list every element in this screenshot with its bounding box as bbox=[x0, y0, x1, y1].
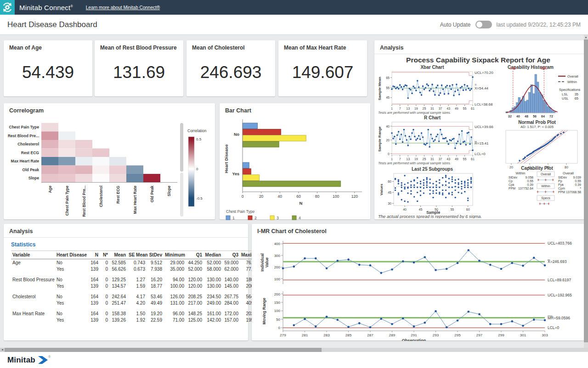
svg-text:137752.64: 137752.64 bbox=[518, 187, 533, 190]
table-row: Rest Blood PressureNo1640129.251.2716.20… bbox=[11, 276, 261, 283]
svg-text:LCL=89.6197: LCL=89.6197 bbox=[548, 278, 571, 282]
kpi-value: 246.693 bbox=[192, 63, 270, 82]
svg-text:Cholesterol: Cholesterol bbox=[17, 142, 39, 146]
svg-text:Pp: Pp bbox=[558, 179, 562, 183]
learn-more-link[interactable]: Learn more about Minitab Connect® bbox=[86, 5, 160, 10]
scroll-left-arrow-icon[interactable]: ◄ bbox=[0, 348, 5, 352]
svg-text:0: 0 bbox=[278, 326, 281, 330]
page-title: Heart Disease Dashboard bbox=[7, 20, 97, 29]
svg-text:150: 150 bbox=[274, 301, 281, 305]
svg-text:Chest Pain Type: Chest Pain Type bbox=[226, 209, 254, 214]
svg-text:295: 295 bbox=[454, 333, 461, 337]
svg-text:20: 20 bbox=[509, 166, 513, 169]
svg-text:19: 19 bbox=[414, 157, 418, 161]
svg-text:Within: Within bbox=[516, 171, 526, 175]
kpi-value: 149.607 bbox=[284, 63, 362, 82]
kpi-card-mean-age: Mean of Age 54.439 bbox=[4, 40, 92, 96]
svg-text:Xbar Chart: Xbar Chart bbox=[420, 65, 444, 70]
svg-text:Cp: Cp bbox=[509, 179, 513, 183]
svg-text:Old Peak: Old Peak bbox=[150, 185, 154, 202]
svg-text:65: 65 bbox=[386, 76, 390, 79]
svg-text:50: 50 bbox=[276, 318, 280, 322]
svg-text:25: 25 bbox=[423, 157, 426, 161]
svg-text:X=246.693: X=246.693 bbox=[548, 259, 567, 264]
svg-text:55: 55 bbox=[463, 107, 467, 110]
svg-text:45: 45 bbox=[419, 208, 423, 211]
statistics-table: VariableHeart DiseaseNN*MeanSE MeanStDev… bbox=[11, 251, 261, 327]
dashboard-header: Heart Disease Dashboard Auto Update last… bbox=[0, 15, 588, 35]
svg-text:100: 100 bbox=[274, 309, 281, 313]
svg-text:Rest ECG: Rest ECG bbox=[116, 185, 120, 204]
vertical-scrollbar-thumb[interactable] bbox=[584, 39, 588, 342]
svg-text:20: 20 bbox=[259, 194, 264, 199]
svg-text:31: 31 bbox=[430, 107, 434, 110]
kpi-card-mean-cholesterol: Mean of Cholesterol 246.693 bbox=[187, 40, 275, 96]
svg-text:0: 0 bbox=[196, 167, 198, 171]
page-footer: Minitab ® bbox=[0, 352, 588, 368]
svg-text:30: 30 bbox=[388, 202, 391, 205]
minitab-chevron-logo-icon: ® bbox=[38, 356, 51, 364]
svg-text:Ppk: Ppk bbox=[558, 183, 564, 187]
svg-text:293: 293 bbox=[433, 333, 439, 337]
auto-update-label: Auto Update bbox=[440, 22, 471, 28]
svg-text:Max Heart Rate: Max Heart Rate bbox=[11, 159, 40, 163]
svg-text:13: 13 bbox=[406, 107, 410, 110]
svg-text:USL: USL bbox=[562, 96, 569, 100]
svg-text:1: 1 bbox=[232, 216, 235, 220]
svg-text:300: 300 bbox=[274, 254, 281, 258]
svg-text:80: 80 bbox=[565, 166, 568, 169]
svg-text:Tests are performed with unequ: Tests are performed with unequal sample … bbox=[378, 111, 451, 115]
svg-text:289: 289 bbox=[389, 333, 396, 337]
table-row: CholesterolNo1640242.644.1753.46126.0020… bbox=[11, 293, 261, 300]
svg-text:200: 200 bbox=[274, 265, 281, 269]
svg-text:StDev: StDev bbox=[509, 176, 518, 179]
kpi-card-mean-max-hr: Mean of Max Heart Rate 149.607 bbox=[278, 40, 367, 96]
svg-text:Heart Disease: Heart Disease bbox=[224, 145, 229, 173]
svg-text:N: N bbox=[300, 201, 303, 206]
svg-text:31: 31 bbox=[430, 157, 434, 161]
horizontal-scrollbar-thumb[interactable] bbox=[5, 348, 322, 352]
stats-col-header: Q1 bbox=[186, 251, 204, 259]
svg-text:X=54.44: X=54.44 bbox=[475, 86, 489, 90]
svg-text:61: 61 bbox=[471, 107, 475, 110]
svg-text:40: 40 bbox=[386, 125, 390, 128]
svg-text:Rest ECG: Rest ECG bbox=[21, 151, 40, 155]
svg-text:Specifications: Specifications bbox=[559, 88, 581, 92]
vertical-scrollbar[interactable]: ▲ bbox=[584, 35, 588, 348]
page: Minitab Connect® Learn more about Minita… bbox=[0, 0, 588, 368]
horizontal-scrollbar[interactable]: ◄ bbox=[0, 348, 588, 352]
stats-col-header: Q3 bbox=[222, 251, 240, 259]
imr-chart: UCL=403.766LCL=89.6197X=246.693100200300… bbox=[254, 237, 582, 341]
dashboard-content: Mean of Age 54.439 Mean of Rest Blood Pr… bbox=[0, 35, 588, 348]
svg-text:72: 72 bbox=[549, 115, 553, 118]
table-row: Yes139056.6260.6737.93835.00052.00058.00… bbox=[11, 266, 261, 272]
svg-text:Value: Value bbox=[265, 257, 269, 268]
svg-text:*: * bbox=[580, 187, 581, 190]
svg-text:Cholesterol: Cholesterol bbox=[99, 186, 103, 207]
svg-text:7: 7 bbox=[399, 107, 401, 110]
svg-text:0.5: 0.5 bbox=[196, 137, 202, 141]
stats-col-header: Heart Disease bbox=[55, 251, 87, 259]
svg-text:Within: Within bbox=[567, 80, 577, 84]
svg-text:Sample Range: Sample Range bbox=[378, 126, 382, 152]
svg-text:281: 281 bbox=[302, 333, 308, 337]
svg-text:32: 32 bbox=[508, 115, 512, 118]
svg-text:48: 48 bbox=[525, 115, 528, 118]
svg-text:Normal Prob Plot: Normal Prob Plot bbox=[518, 120, 556, 125]
stats-col-header: SE Mean bbox=[127, 251, 147, 259]
process-capability-sixpack: Process Capability Sixpack Report for Ag… bbox=[375, 54, 583, 218]
svg-text:55: 55 bbox=[463, 157, 467, 161]
svg-text:Overall: Overall bbox=[567, 74, 578, 78]
svg-text:Rest Blood Pre...: Rest Blood Pre... bbox=[8, 134, 39, 138]
table-row: Yes1390134.571.5918.77100.00120.00130.00… bbox=[11, 283, 261, 289]
auto-update-toggle[interactable] bbox=[475, 21, 492, 28]
svg-text:PPM: PPM bbox=[558, 190, 565, 194]
svg-text:0.55: 0.55 bbox=[527, 179, 533, 183]
scroll-up-arrow-icon[interactable]: ▲ bbox=[584, 35, 588, 39]
kpi-value: 131.69 bbox=[100, 63, 178, 82]
toggle-knob bbox=[476, 22, 482, 28]
svg-text:4: 4 bbox=[299, 216, 301, 220]
svg-text:Chest Pain Type: Chest Pain Type bbox=[65, 185, 69, 216]
svg-text:49: 49 bbox=[455, 157, 458, 161]
svg-text:Cpk: Cpk bbox=[509, 183, 514, 187]
